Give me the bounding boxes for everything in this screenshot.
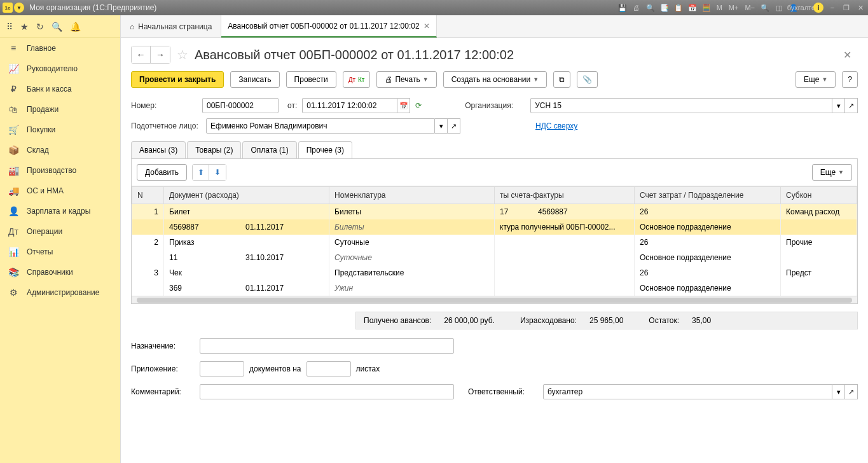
tab-goods[interactable]: Товары (2)	[187, 141, 241, 158]
document-close-icon[interactable]: ✕	[843, 49, 858, 61]
attach-docs-input[interactable]	[200, 361, 244, 377]
tab-payment[interactable]: Оплата (1)	[242, 141, 296, 158]
table-row[interactable]: 3ЧекПредставительские26Предст	[132, 265, 857, 280]
sidebar-item-4[interactable]: 🛒Покупки	[0, 120, 120, 140]
resp-input[interactable]	[543, 384, 832, 399]
memory-mplus[interactable]: M+	[727, 3, 740, 13]
tab-document[interactable]: Авансовый отчет 00БП-000002 от 01.11.201…	[221, 15, 436, 38]
sidebar-item-11[interactable]: 📚Справочники	[0, 262, 120, 282]
maximize-icon[interactable]: ❐	[841, 3, 851, 13]
org-open-icon[interactable]: ↗	[845, 98, 858, 113]
resp-dropdown-icon[interactable]: ▾	[832, 384, 845, 399]
apps-icon[interactable]: ⠿	[6, 22, 13, 32]
print-icon[interactable]: 🖨	[631, 3, 642, 13]
bell-icon[interactable]: 🔔	[70, 22, 81, 32]
person-open-icon[interactable]: ↗	[448, 118, 460, 134]
sidebar-item-7[interactable]: 🚚ОС и НМА	[0, 181, 120, 201]
org-dropdown-icon[interactable]: ▾	[832, 98, 845, 113]
history-icon[interactable]: ↻	[36, 22, 44, 32]
print-button[interactable]: 🖨Печать▼	[376, 71, 436, 88]
star-icon[interactable]: ★	[20, 22, 29, 32]
memory-mminus[interactable]: M−	[743, 3, 756, 13]
attach-pages-input[interactable]	[307, 361, 351, 377]
table-scrollbar[interactable]	[132, 296, 857, 303]
dtkt-button[interactable]: ДтКт	[343, 71, 371, 88]
col-doc[interactable]: Документ (расхода)	[164, 187, 329, 204]
person-dropdown-icon[interactable]: ▾	[435, 118, 448, 134]
org-input-group: ▾ ↗	[530, 98, 858, 113]
info-icon[interactable]: i	[813, 3, 823, 13]
save-icon[interactable]: 💾	[617, 3, 628, 13]
calendar-picker-icon[interactable]: 📅	[397, 98, 410, 113]
more-button[interactable]: Еще▼	[796, 71, 836, 88]
spent-value: 25 965,00	[589, 316, 623, 325]
clipboard-icon[interactable]: 📋	[673, 3, 684, 13]
table-row-sub[interactable]: 36901.11.2017УжинОсновное подразделение	[132, 280, 857, 296]
memory-m[interactable]: M	[715, 3, 724, 13]
favorite-icon[interactable]: ☆	[177, 47, 188, 62]
nav-label: Покупки	[27, 125, 55, 134]
col-nom[interactable]: Номенклатура	[329, 187, 495, 204]
col-acc[interactable]: Счет затрат / Подразделение	[635, 187, 781, 204]
attach-button[interactable]: 📎	[577, 71, 598, 88]
move-down-button[interactable]: ⬇	[209, 165, 226, 180]
tab-other[interactable]: Прочее (3)	[298, 141, 352, 158]
col-sf[interactable]: ты счета-фактуры	[495, 187, 635, 204]
back-button[interactable]: ←	[132, 46, 151, 63]
calendar-icon[interactable]: 📅	[687, 3, 698, 13]
table-more-button[interactable]: Еще▼	[812, 164, 852, 181]
adv-value: 26 000,00	[444, 316, 478, 325]
sidebar-item-6[interactable]: 🏭Производство	[0, 160, 120, 181]
forward-button[interactable]: →	[151, 46, 170, 63]
user-label[interactable]: 👤 бухгалтер	[788, 3, 809, 13]
row-purpose: Назначение:	[121, 335, 868, 357]
sidebar-item-0[interactable]: ≡Главное	[0, 38, 120, 59]
post-button[interactable]: Провести	[286, 71, 336, 88]
preview-icon[interactable]: 🔍	[645, 3, 656, 13]
document-header: ← → ☆ Авансовый отчет 00БП-000002 от 01.…	[121, 38, 868, 69]
sidebar-item-9[interactable]: ДтОперации	[0, 221, 120, 242]
vat-link[interactable]: НДС сверху	[535, 121, 577, 130]
move-up-button[interactable]: ⬆	[193, 165, 209, 180]
table-row-sub[interactable]: 456988701.11.2017Билетыктура полученный …	[132, 219, 857, 235]
minimize-icon[interactable]: −	[827, 3, 837, 13]
zoom-icon[interactable]: 🔍	[760, 3, 770, 13]
compare-icon[interactable]: 📑	[659, 3, 670, 13]
sidebar-item-1[interactable]: 📈Руководителю	[0, 59, 120, 79]
panel-icon[interactable]: ◫	[774, 3, 784, 13]
sidebar-item-8[interactable]: 👤Зарплата и кадры	[0, 201, 120, 221]
add-button[interactable]: Добавить	[137, 164, 187, 181]
date-input[interactable]	[302, 98, 397, 113]
table-row-sub[interactable]: 1131.10.2017СуточныеОсновное подразделен…	[132, 250, 857, 265]
sidebar-item-2[interactable]: ₽Банк и касса	[0, 79, 120, 99]
tab-home[interactable]: ⌂ Начальная страница	[121, 15, 221, 38]
tab-close-icon[interactable]: ✕	[424, 22, 430, 31]
create-based-button[interactable]: Создать на основании▼	[443, 71, 547, 88]
tab-doc-label: Авансовый отчет 00БП-000002 от 01.11.201…	[228, 22, 419, 31]
col-sub[interactable]: Субкон	[781, 187, 857, 204]
write-button[interactable]: Записать	[230, 71, 279, 88]
sidebar-item-12[interactable]: ⚙Администрирование	[0, 282, 120, 303]
post-and-close-button[interactable]: Провести и закрыть	[131, 71, 224, 88]
sidebar-item-3[interactable]: 🛍Продажи	[0, 99, 120, 120]
data-table: N Документ (расхода) Номенклатура ты сче…	[132, 186, 857, 296]
sidebar-item-10[interactable]: 📊Отчеты	[0, 242, 120, 262]
calc-icon[interactable]: 🧮	[701, 3, 712, 13]
close-icon[interactable]: ✕	[855, 3, 865, 13]
tab-advances[interactable]: Авансы (3)	[131, 141, 186, 158]
resp-open-icon[interactable]: ↗	[845, 384, 858, 399]
structure-button[interactable]: ⧉	[553, 71, 570, 88]
app-menu-icon[interactable]: ▼	[14, 3, 24, 13]
table-row[interactable]: 1БилетБилеты17456988726Команд расход	[132, 204, 857, 220]
comment-input[interactable]	[200, 384, 454, 399]
org-input[interactable]	[530, 98, 832, 113]
help-button[interactable]: ?	[842, 71, 858, 88]
purpose-input[interactable]	[200, 338, 454, 354]
col-n[interactable]: N	[132, 187, 164, 204]
table-row[interactable]: 2ПриказСуточные26Прочие	[132, 235, 857, 250]
refresh-icon[interactable]: ⟳	[415, 101, 422, 110]
person-input[interactable]	[206, 118, 435, 134]
sidebar-item-5[interactable]: 📦Склад	[0, 140, 120, 160]
number-input[interactable]	[202, 98, 279, 113]
search-icon[interactable]: 🔍	[52, 22, 62, 32]
